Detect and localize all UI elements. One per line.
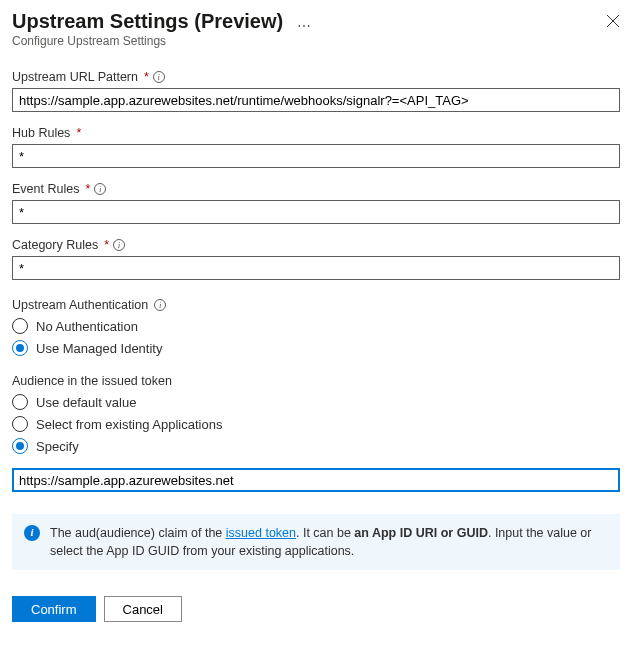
info-icon[interactable]: i	[154, 299, 166, 311]
info-icon[interactable]: i	[113, 239, 125, 251]
page-subtitle: Configure Upstream Settings	[12, 34, 620, 48]
info-box-text: The aud(audience) claim of the issued to…	[50, 524, 608, 560]
page-title: Upstream Settings (Preview)	[12, 10, 283, 33]
confirm-button[interactable]: Confirm	[12, 596, 96, 622]
hub-rules-label: Hub Rules*	[12, 126, 620, 140]
event-rules-label: Event Rules* i	[12, 182, 620, 196]
info-icon[interactable]: i	[153, 71, 165, 83]
radio-icon	[12, 394, 28, 410]
radio-icon	[12, 340, 28, 356]
audience-section-label: Audience in the issued token	[12, 374, 620, 388]
url-pattern-input[interactable]	[12, 88, 620, 112]
audience-input[interactable]	[12, 468, 620, 492]
info-icon[interactable]: i	[94, 183, 106, 195]
auth-radio-managed[interactable]: Use Managed Identity	[12, 340, 620, 356]
hub-rules-input[interactable]	[12, 144, 620, 168]
radio-icon	[12, 438, 28, 454]
close-icon[interactable]	[606, 14, 620, 31]
auth-radio-none[interactable]: No Authentication	[12, 318, 620, 334]
radio-icon	[12, 318, 28, 334]
auth-section-label: Upstream Authentication i	[12, 298, 620, 312]
cancel-button[interactable]: Cancel	[104, 596, 182, 622]
info-box: i The aud(audience) claim of the issued …	[12, 514, 620, 570]
more-icon[interactable]: ⋯	[297, 18, 311, 34]
category-rules-label: Category Rules* i	[12, 238, 620, 252]
category-rules-input[interactable]	[12, 256, 620, 280]
audience-radio-specify[interactable]: Specify	[12, 438, 620, 454]
event-rules-input[interactable]	[12, 200, 620, 224]
audience-radio-select[interactable]: Select from existing Applications	[12, 416, 620, 432]
info-icon: i	[24, 525, 40, 541]
url-pattern-label: Upstream URL Pattern* i	[12, 70, 620, 84]
radio-icon	[12, 416, 28, 432]
audience-radio-default[interactable]: Use default value	[12, 394, 620, 410]
issued-token-link[interactable]: issued token	[226, 526, 296, 540]
